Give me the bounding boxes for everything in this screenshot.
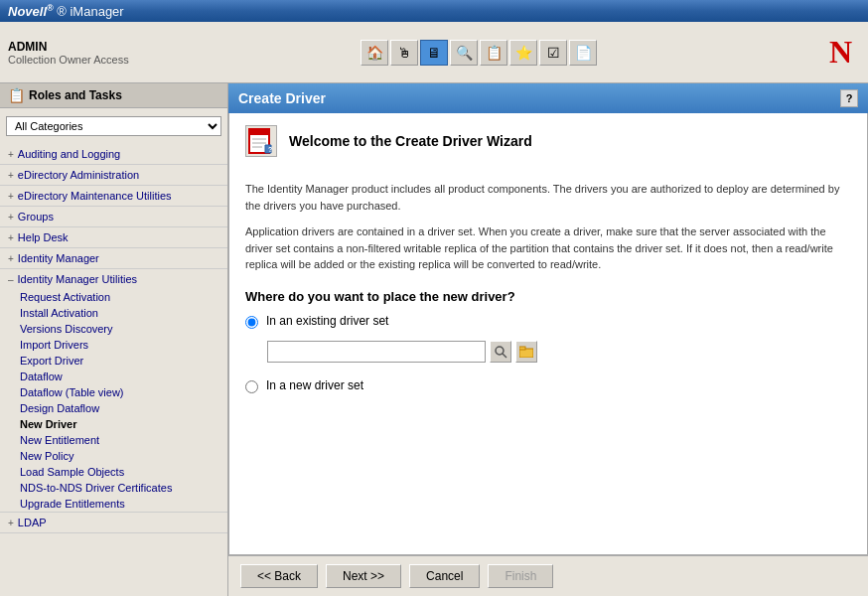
bottom-buttons: << Back Next >> Cancel Finish [228, 555, 868, 596]
sidebar-category-header-identity-manager-utilities[interactable]: – Identity Manager Utilities [0, 269, 227, 289]
sidebar-category-header-auditing[interactable]: + Auditing and Logging [0, 144, 227, 164]
wizard-question: Where do you want to place the new drive… [245, 289, 851, 304]
panel-title: Create Driver [238, 90, 326, 106]
sidebar-item-dataflow-table[interactable]: Dataflow (Table view) [0, 384, 227, 400]
radio-option-new: In a new driver set [245, 378, 851, 393]
admin-bar: ADMIN Collection Owner Access 🏠 🖱 🖥 🔍 📋 … [0, 22, 868, 83]
sidebar-item-dataflow[interactable]: Dataflow [0, 369, 227, 384]
novell-text: Novell [8, 4, 47, 19]
radio-option-existing: In an existing driver set [245, 314, 851, 329]
top-bar: Novell® ® iManager [0, 0, 868, 22]
sidebar-category-header-identity-manager[interactable]: + Identity Manager [0, 248, 227, 268]
wizard-header: ? Welcome to the Create Driver Wizard [245, 125, 851, 165]
novell-logo: N [829, 34, 860, 71]
sidebar: 📋 Roles and Tasks All Categories + Audit… [0, 83, 228, 596]
expand-icon-edirectory-admin: + [8, 170, 14, 181]
admin-info: ADMIN Collection Owner Access [8, 40, 129, 66]
next-button[interactable]: Next >> [326, 564, 401, 588]
sidebar-category-header-edirectory-maint[interactable]: + eDirectory Maintenance Utilities [0, 186, 227, 206]
imanager-text: ® iManager [57, 4, 123, 19]
expand-icon: + [8, 149, 14, 160]
expand-icon-edirectory-maint: + [8, 191, 14, 202]
sidebar-category-header-edirectory-admin[interactable]: + eDirectory Administration [0, 165, 227, 185]
sidebar-category-label-ldap: LDAP [18, 517, 47, 528]
sidebar-category-label-groups: Groups [18, 211, 54, 223]
svg-rect-10 [519, 347, 525, 350]
roles-tasks-header: 📋 Roles and Tasks [0, 83, 227, 108]
wizard-icon: ? [245, 125, 277, 157]
driver-set-input[interactable] [267, 341, 486, 363]
sidebar-category-label-identity-manager-utilities: Identity Manager Utilities [18, 273, 137, 285]
svg-rect-1 [249, 129, 269, 135]
sidebar-sub-items-identity-manager-utilities: Request Activation Install Activation Ve… [0, 289, 227, 512]
sidebar-item-new-driver[interactable]: New Driver [0, 416, 227, 432]
sidebar-category-header-ldap[interactable]: + LDAP [0, 513, 227, 532]
roles-tasks-label: Roles and Tasks [29, 88, 122, 102]
sidebar-item-upgrade-entitlements[interactable]: Upgrade Entitlements [0, 496, 227, 512]
expand-icon-ldap: + [8, 518, 14, 528]
finish-button[interactable]: Finish [488, 564, 553, 588]
svg-text:?: ? [268, 146, 272, 153]
cancel-button[interactable]: Cancel [409, 564, 480, 588]
toolbar-doc-icon[interactable]: 📄 [569, 40, 597, 66]
toolbar-star-icon[interactable]: ⭐ [509, 40, 537, 66]
radio-new-driver-set[interactable] [245, 380, 258, 393]
description2: Application drivers are contained in a d… [245, 224, 851, 273]
panel-body: ? Welcome to the Create Driver Wizard Th… [228, 113, 868, 555]
toolbar-icons: 🏠 🖱 🖥 🔍 📋 ⭐ ☑ 📄 [361, 40, 597, 66]
sidebar-item-new-policy[interactable]: New Policy [0, 448, 227, 464]
sidebar-item-nds-to-nds[interactable]: NDS-to-NDS Driver Certificates [0, 480, 227, 496]
sidebar-category-auditing: + Auditing and Logging [0, 144, 227, 165]
radio-existing-driver-set[interactable] [245, 316, 258, 329]
sidebar-category-identity-manager-utilities: – Identity Manager Utilities Request Act… [0, 269, 227, 513]
sidebar-item-design-dataflow[interactable]: Design Dataflow [0, 400, 227, 416]
sidebar-item-load-sample-objects[interactable]: Load Sample Objects [0, 464, 227, 480]
sidebar-category-header-groups[interactable]: + Groups [0, 207, 227, 226]
expand-icon-identity-manager: + [8, 253, 14, 264]
search-browse-icon[interactable] [490, 341, 511, 363]
expand-icon-identity-manager-utilities: – [8, 274, 14, 285]
toolbar-home-icon[interactable]: 🏠 [361, 40, 388, 66]
content-area: Create Driver ? ? [228, 83, 868, 596]
category-dropdown[interactable]: All Categories [6, 116, 221, 136]
create-driver-panel: Create Driver ? ? [228, 83, 868, 596]
sidebar-item-install-activation[interactable]: Install Activation [0, 305, 227, 321]
sidebar-category-label-edirectory-admin: eDirectory Administration [18, 169, 139, 181]
browse-folder-icon[interactable] [515, 341, 537, 363]
expand-icon-groups: + [8, 212, 14, 223]
sidebar-category-edirectory-maint: + eDirectory Maintenance Utilities [0, 186, 227, 207]
panel-header: Create Driver ? [228, 83, 868, 113]
toolbar-cursor-icon[interactable]: 🖱 [390, 40, 418, 66]
sidebar-category-ldap: + LDAP [0, 513, 227, 533]
sidebar-category-edirectory-admin: + eDirectory Administration [0, 165, 227, 186]
sidebar-item-import-drivers[interactable]: Import Drivers [0, 337, 227, 353]
sidebar-category-header-help-desk[interactable]: + Help Desk [0, 227, 227, 247]
sidebar-item-request-activation[interactable]: Request Activation [0, 289, 227, 305]
sidebar-category-label-edirectory-maint: eDirectory Maintenance Utilities [18, 190, 172, 202]
main-layout: 📋 Roles and Tasks All Categories + Audit… [0, 83, 868, 596]
toolbar-check-icon[interactable]: ☑ [539, 40, 567, 66]
help-icon[interactable]: ? [840, 89, 858, 107]
toolbar-clipboard-icon[interactable]: 📋 [480, 40, 507, 66]
svg-line-8 [503, 354, 506, 358]
toolbar-monitor-icon[interactable]: 🖥 [420, 40, 448, 66]
sidebar-item-new-entitlement[interactable]: New Entitlement [0, 432, 227, 448]
app-title: Novell® ® iManager [8, 3, 124, 19]
dropdown-area[interactable]: All Categories [0, 108, 227, 144]
back-button[interactable]: << Back [240, 564, 318, 588]
sidebar-category-help-desk: + Help Desk [0, 227, 227, 248]
sidebar-category-label-identity-manager: Identity Manager [18, 252, 99, 264]
sidebar-item-versions-discovery[interactable]: Versions Discovery [0, 321, 227, 337]
driver-set-input-row [267, 341, 851, 363]
radio-label-new[interactable]: In a new driver set [266, 378, 363, 392]
sidebar-item-export-driver[interactable]: Export Driver [0, 353, 227, 369]
admin-label: ADMIN [8, 40, 129, 54]
toolbar-search-icon[interactable]: 🔍 [450, 40, 478, 66]
expand-icon-help-desk: + [8, 232, 14, 243]
description1: The Identity Manager product includes al… [245, 181, 851, 214]
radio-label-existing[interactable]: In an existing driver set [266, 314, 388, 328]
svg-point-7 [496, 347, 504, 355]
sidebar-category-label-auditing: Auditing and Logging [18, 148, 120, 160]
access-label: Collection Owner Access [8, 54, 129, 66]
roles-tasks-icon: 📋 [8, 87, 25, 103]
